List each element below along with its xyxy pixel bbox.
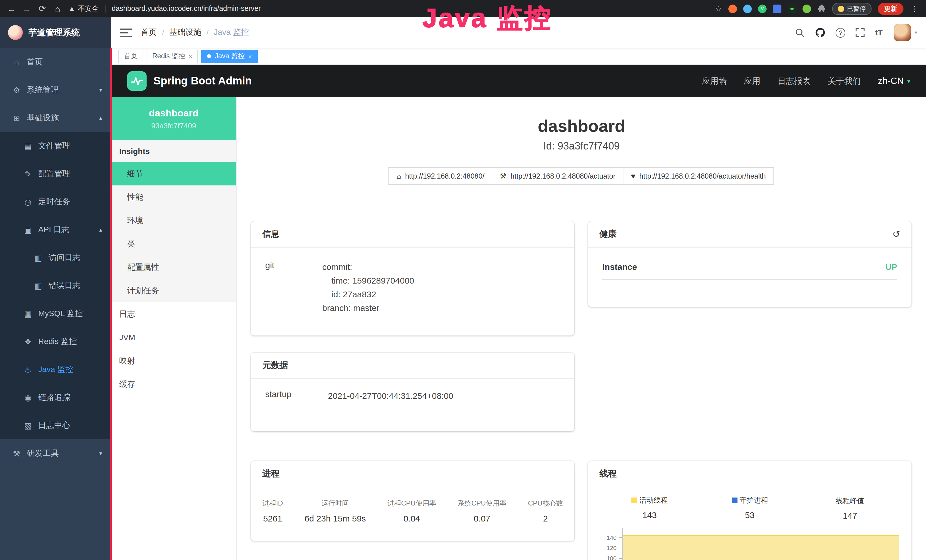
search-icon[interactable] [795,28,805,37]
bookmark-star-icon[interactable]: ☆ [715,4,722,13]
sba-item-caches[interactable]: 缓存 [111,372,236,396]
axis-tick [619,558,622,558]
sba-item-jvm[interactable]: JVM [111,326,236,349]
tab-home[interactable]: 首页 [118,49,143,63]
tab-redis-monitor[interactable]: Redis 监控 × [147,49,198,63]
admin-sidebar: 芋道管理系统 ⌂ 首页 ⚙ 系统管理 ▾ ⊞ 基础设施 ▴ ▤ 文件管理 ✎ [0,17,111,560]
sba-nav-applications[interactable]: 应用 [744,76,760,86]
browser-menu-icon[interactable]: ⋮ [910,4,920,13]
address-bar[interactable]: dashboard.yudao.iocoder.cn/infra/admin-s… [105,5,261,12]
gear-icon: ⚙ [11,85,22,94]
sba-item-metrics[interactable]: 性能 [111,185,236,209]
stat-process-cpu: 进程CPU使用率 0.04 [387,499,436,523]
user-avatar[interactable] [894,24,911,41]
logo-avatar [8,25,23,40]
card-title: 信息 [262,229,280,240]
infrastructure-icon: ⊞ [11,113,22,123]
history-icon[interactable]: ↺ [892,229,900,240]
chevron-up-icon: ▴ [99,227,102,233]
forward-icon[interactable]: → [22,4,31,14]
breadcrumb-infrastructure[interactable]: 基础设施 [169,27,201,38]
sidebar-item-config-mgmt[interactable]: ✎ 配置管理 [0,160,111,188]
doc-icon: ▥ [33,253,43,262]
sba-nav-journal[interactable]: 日志报表 [778,76,811,86]
sidebar-item-error-log[interactable]: ▥ 错误日志 [0,272,111,300]
extension-icon[interactable] [743,4,752,13]
sidebar-item-log-center[interactable]: ▧ 日志中心 [0,412,111,439]
collapse-sidebar-icon[interactable] [120,28,132,37]
service-url-link[interactable]: ⌂ http://192.168.0.2:48080/ [389,167,493,185]
health-url-link[interactable]: ♥ http://192.168.0.2:48080/actuator/heal… [623,167,774,185]
breadcrumb: 首页 / 基础设施 / Java 监控 [141,27,249,38]
info-card: 信息 git commit: time: 1596289704000 id: 2… [251,221,574,336]
avatar-dropdown-caret-icon[interactable]: ▾ [915,30,917,35]
sba-item-mappings[interactable]: 映射 [111,349,236,372]
sidebar-item-mysql-monitor[interactable]: ▦ MySQL 监控 [0,300,111,327]
sidebar-item-tracing[interactable]: ◉ 链路追踪 [0,383,111,412]
sba-nav-wallboard[interactable]: 应用墙 [702,76,727,86]
sidebar-item-java-monitor[interactable]: ♨ Java 监控 [0,356,111,383]
sba-nav-about[interactable]: 关于我们 [828,76,861,86]
back-icon[interactable]: ← [7,4,16,14]
reload-icon[interactable]: ⟳ [38,3,47,14]
instance-links: ⌂ http://192.168.0.2:48080/ ⚒ http://192… [237,167,926,185]
help-icon[interactable]: ? [836,28,846,37]
sidebar-item-redis-monitor[interactable]: ❖ Redis 监控 [0,327,111,356]
card-title: 元数据 [262,360,288,371]
actuator-url-link[interactable]: ⚒ http://192.168.0.2:48080/actuator [492,167,624,185]
font-size-icon[interactable]: tT [875,28,883,37]
sba-locale-select[interactable]: zh-CN ▾ [878,76,910,86]
sba-item-scheduled-tasks[interactable]: 计划任务 [111,279,236,303]
metadata-value: 2021-04-27T00:44:31.254+08:00 [328,389,454,403]
chevron-up-icon: ▴ [99,115,102,121]
stat-cpu-cores: CPU核心数 2 [528,499,563,523]
sba-item-environment[interactable]: 环境 [111,209,236,232]
sba-item-logs[interactable]: 日志 [111,303,236,326]
sba-logo-icon[interactable] [127,71,147,91]
tab-java-monitor[interactable]: Java 监控 × [202,49,257,63]
sidebar-item-file-mgmt[interactable]: ▤ 文件管理 [0,132,111,160]
github-icon[interactable] [816,27,826,38]
close-tab-icon[interactable]: × [248,53,252,60]
fullscreen-icon[interactable] [856,28,865,37]
sba-brand-title[interactable]: Spring Boot Admin [153,75,252,87]
sidebar-item-system-mgmt[interactable]: ⚙ 系统管理 ▾ [0,76,111,104]
y-axis-tick-label: 140 [599,534,617,541]
sba-instance-header[interactable]: dashboard 93a3fc7f7409 [111,97,236,140]
vue-devtools-icon[interactable]: V [758,4,767,13]
breadcrumb-home[interactable]: 首页 [141,27,157,38]
site-security-chip[interactable]: ▲ 不安全 [68,4,99,14]
extension-icon[interactable] [728,4,737,13]
stat-uptime: 运行时间 6d 23h 15m 59s [304,499,366,523]
annotation-line [110,48,112,560]
sba-item-details[interactable]: 细节 [111,162,236,185]
app-logo[interactable]: 芋道管理系统 [0,17,111,48]
sba-item-classes[interactable]: 类 [111,232,236,256]
chevron-down-icon: ▾ [99,450,102,456]
paused-badge[interactable]: 已暂停 [832,3,872,15]
chevron-down-icon: ▾ [99,87,102,93]
extensions-puzzle-icon[interactable] [817,4,826,13]
clock-icon: ◷ [23,197,33,206]
sidebar-item-scheduled-jobs[interactable]: ◷ 定时任务 [0,188,111,216]
extension-icon[interactable] [773,4,781,13]
sidebar-item-infrastructure[interactable]: ⊞ 基础设施 ▴ [0,104,111,132]
y-axis-tick-label: 100 [599,555,617,560]
sidebar-item-home[interactable]: ⌂ 首页 [0,48,111,76]
sidebar-menu: ⌂ 首页 ⚙ 系统管理 ▾ ⊞ 基础设施 ▴ ▤ 文件管理 ✎ 配置管理 [0,48,111,560]
extension-icon[interactable] [802,4,811,13]
sidebar-item-dev-tools[interactable]: ⚒ 研发工具 ▾ [0,439,111,467]
sidebar-item-api-log[interactable]: ▣ API 日志 ▴ [0,216,111,244]
wrench-icon: ⚒ [500,172,507,180]
close-tab-icon[interactable]: × [189,53,192,60]
switch-extension-icon[interactable]: on [788,4,796,13]
home-icon: ⌂ [11,58,22,67]
home-icon[interactable]: ⌂ [53,4,62,14]
right-column: 健康 ↺ Instance UP 线程 [588,221,911,560]
legend-swatch-blue [731,498,737,503]
sba-item-config-props[interactable]: 配置属性 [111,256,236,279]
chrome-update-button[interactable]: 更新 [878,3,903,15]
status-badge: UP [885,262,897,272]
metadata-key: startup [265,389,328,403]
sidebar-item-access-log[interactable]: ▥ 访问日志 [0,244,111,272]
